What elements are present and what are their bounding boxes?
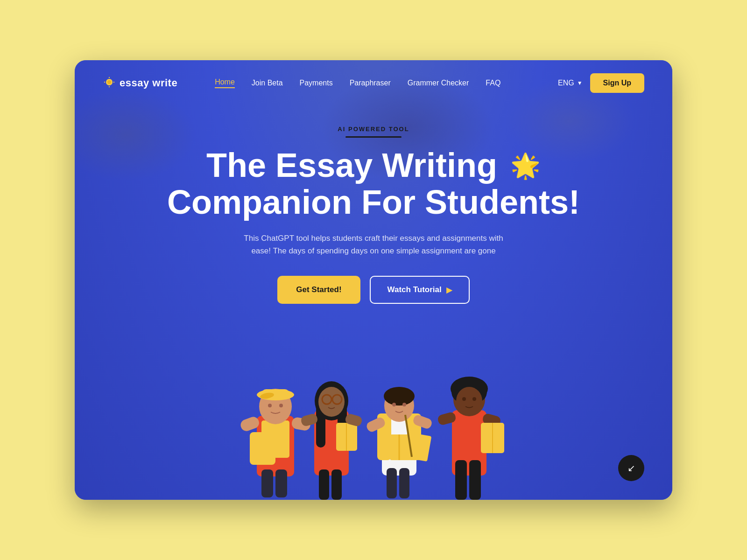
svg-rect-47 xyxy=(387,468,397,498)
svg-rect-17 xyxy=(261,469,273,497)
language-label: ENG xyxy=(558,79,574,87)
hero-title-line2: Companion For Students! xyxy=(167,183,580,221)
svg-rect-32 xyxy=(319,469,329,500)
svg-point-57 xyxy=(456,387,482,415)
svg-point-39 xyxy=(392,403,396,406)
nav-right: ENG ▼ Sign Up xyxy=(558,73,644,93)
svg-rect-50 xyxy=(455,460,467,500)
svg-point-5 xyxy=(107,80,111,84)
hero-section: AI POWERED TOOL The Essay Writing 🌟 Comp… xyxy=(75,106,672,304)
nav-grammer-checker[interactable]: Grammer Checker xyxy=(408,79,469,87)
logo[interactable]: essay write xyxy=(103,77,177,90)
nav-payments[interactable]: Payments xyxy=(300,79,333,87)
svg-rect-16 xyxy=(250,432,275,465)
nav-links: Home Join Beta Payments Paraphraser Gram… xyxy=(215,78,539,88)
chevron-down-icon: ▼ xyxy=(577,80,583,86)
hero-title: The Essay Writing 🌟 Companion For Studen… xyxy=(103,147,644,221)
svg-point-59 xyxy=(472,397,476,401)
watch-tutorial-button[interactable]: Watch Tutorial ▶ xyxy=(370,276,470,304)
svg-rect-18 xyxy=(275,469,287,497)
characters-illustration xyxy=(75,332,672,500)
play-icon: ▶ xyxy=(446,286,452,294)
signup-button[interactable]: Sign Up xyxy=(590,73,644,93)
students-svg xyxy=(210,332,537,500)
scroll-down-button[interactable]: ↙ xyxy=(618,455,644,481)
svg-rect-48 xyxy=(399,468,409,498)
hero-title-line1: The Essay Writing xyxy=(206,147,497,184)
get-started-button[interactable]: Get Started! xyxy=(277,276,360,304)
svg-rect-51 xyxy=(469,460,481,500)
logo-text: essay write xyxy=(120,77,177,89)
svg-point-12 xyxy=(268,404,272,407)
navbar: essay write Home Join Beta Payments Para… xyxy=(75,60,672,106)
svg-point-40 xyxy=(402,403,406,406)
nav-home[interactable]: Home xyxy=(215,78,235,88)
ai-underline-decoration xyxy=(345,136,402,138)
ai-badge: AI POWERED TOOL xyxy=(338,126,409,133)
svg-point-13 xyxy=(279,404,283,407)
svg-rect-43 xyxy=(390,434,411,460)
watch-tutorial-label: Watch Tutorial xyxy=(388,285,442,294)
nav-paraphraser[interactable]: Paraphraser xyxy=(350,79,391,87)
starburst-icon: 🌟 xyxy=(510,153,541,179)
svg-point-58 xyxy=(462,397,466,401)
nav-faq[interactable]: FAQ xyxy=(486,79,500,87)
cta-buttons: Get Started! Watch Tutorial ▶ xyxy=(103,276,644,304)
logo-icon xyxy=(103,77,116,90)
nav-join-beta[interactable]: Join Beta xyxy=(252,79,283,87)
svg-rect-33 xyxy=(331,469,342,500)
language-selector[interactable]: ENG ▼ xyxy=(558,79,583,87)
arrow-down-icon: ↙ xyxy=(627,462,635,474)
hero-subtitle: This ChatGPT tool helps students craft t… xyxy=(233,232,514,257)
svg-point-38 xyxy=(384,387,415,406)
